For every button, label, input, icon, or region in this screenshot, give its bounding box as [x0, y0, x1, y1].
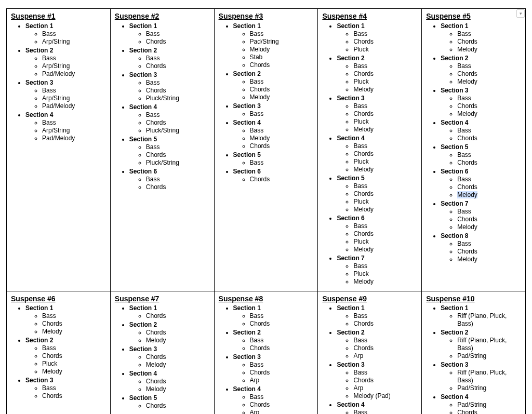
instrument-item: Pluck: [353, 78, 418, 86]
instrument-item: Bass: [42, 344, 107, 352]
instrument-item: Melody: [457, 110, 522, 118]
instrument-label: Chords: [146, 378, 166, 385]
section-label: Section 7: [337, 255, 364, 262]
section-item: Section 1BassChords: [233, 304, 315, 328]
instrument-item: Chords: [457, 135, 522, 142]
track-title: Suspense #2: [115, 12, 211, 21]
section-list: Section 1ChordsSection 2ChordsMelodySect…: [115, 304, 211, 410]
section-label: Section 5: [441, 143, 468, 151]
instrument-item: Melody: [250, 46, 315, 54]
instrument-item: Melody: [457, 191, 522, 199]
instrument-label: Pluck: [353, 118, 368, 125]
section-label: Section 6: [129, 168, 157, 175]
instrument-label: Chords: [353, 344, 374, 352]
instrument-list: ChordsMelody: [129, 378, 211, 393]
instrument-list: BassChords: [337, 312, 418, 328]
section-list: Section 1BassChordsMelodySection 2BassCh…: [11, 304, 107, 400]
section-item: Section 3Bass: [233, 102, 315, 118]
instrument-label: Chords: [353, 70, 374, 77]
instrument-list: BassChordsArpMelody (Pad): [337, 369, 418, 400]
outline-chevron-icon[interactable]: ▾: [516, 9, 525, 18]
instrument-label: Chords: [146, 87, 166, 94]
section-label: Section 3: [129, 345, 157, 353]
instrument-label: Chords: [250, 401, 270, 408]
instrument-item: Bass: [42, 87, 107, 95]
instrument-label: Melody: [42, 368, 62, 375]
section-label: Section 8: [441, 232, 468, 239]
instrument-label: Arp: [250, 377, 260, 384]
instrument-list: ChordsMelody: [129, 353, 211, 369]
instrument-label: Chords: [457, 38, 477, 45]
instrument-item: Pluck/String: [146, 95, 211, 102]
instrument-item: Arp/String: [42, 38, 107, 46]
section-item: Section 6BassChords: [129, 168, 211, 191]
instrument-list: BassChordsArp: [337, 337, 418, 360]
instrument-list: BassChordsMelody: [441, 176, 522, 199]
instrument-item: Chords: [146, 402, 211, 410]
instrument-list: BassChordsMelody: [441, 95, 522, 118]
instrument-item: Bass: [42, 55, 107, 62]
instrument-list: Bass: [233, 110, 315, 118]
section-label: Section 1: [25, 304, 53, 312]
instrument-label: Bass: [353, 30, 367, 37]
instrument-label: Chords: [250, 61, 270, 69]
section-label: Section 3: [337, 95, 364, 102]
instrument-label: Pad/Melody: [42, 102, 75, 110]
section-label: Section 2: [337, 55, 364, 62]
instrument-item: Chords: [250, 369, 315, 377]
section-item: Section 7BassPluckMelody: [337, 255, 418, 286]
instrument-list: BassChordsArp: [233, 393, 315, 414]
instrument-label: Pluck: [353, 158, 368, 165]
instrument-item: Chords: [146, 151, 211, 159]
track-cell: Suspense #2Section 1BassChordsSection 2B…: [111, 9, 215, 291]
track-title: Suspense #10: [426, 295, 522, 304]
instrument-item: Chords: [353, 150, 418, 158]
section-label: Section 6: [441, 168, 468, 175]
instrument-item: Bass: [42, 119, 107, 127]
instrument-label: Bass: [42, 55, 56, 62]
instrument-label: Chords: [146, 329, 166, 336]
instrument-label: Pluck/String: [146, 127, 179, 134]
section-item: Section 3BassChordsArp: [233, 353, 315, 384]
instrument-label: Melody: [146, 361, 166, 368]
instrument-list: Bass: [233, 159, 315, 167]
instrument-item: Melody: [353, 206, 418, 213]
section-item: Section 4BassArp/StringPad/Melody: [25, 111, 107, 142]
section-item: Section 2BassChordsPluckMelody: [25, 337, 107, 376]
instrument-label: Chords: [353, 230, 374, 237]
section-label: Section 6: [233, 168, 261, 175]
instrument-label: Chords: [250, 344, 270, 352]
instrument-list: BassChords: [129, 30, 211, 46]
instrument-label: Bass: [42, 344, 56, 352]
section-item: Section 4Pad/StringChords: [441, 393, 522, 414]
track-title: Suspense #7: [115, 295, 211, 304]
section-item: Section 4BassChordsPluck/String: [129, 103, 211, 135]
instrument-label: Chords: [457, 135, 477, 142]
section-item: Section 1BassChords: [129, 22, 211, 46]
section-label: Section 2: [25, 337, 53, 344]
instrument-label: Pluck: [353, 238, 368, 245]
section-label: Section 3: [441, 361, 468, 368]
track-title: Suspense #8: [219, 295, 315, 304]
instrument-item: Chords: [42, 320, 107, 328]
tracks-grid: Suspense #1Section 1BassArp/StringSectio…: [6, 8, 526, 414]
instrument-item: Bass: [42, 384, 107, 392]
section-item: Section 6Chords: [233, 168, 315, 183]
instrument-item: Bass: [457, 62, 522, 70]
instrument-item: Riff (Piano, Pluck, Bass): [457, 312, 522, 328]
section-item: Section 4BassChords: [441, 119, 522, 142]
section-label: Section 4: [233, 119, 261, 126]
instrument-label: Chords: [353, 110, 374, 117]
section-item: Section 6BassChordsPluckMelody: [337, 215, 418, 253]
track-title: Suspense #9: [322, 295, 418, 304]
section-item: Section 3BassArp/StringPad/Melody: [25, 79, 107, 110]
instrument-label: Bass: [250, 127, 264, 134]
instrument-item: Chords: [146, 329, 211, 337]
instrument-item: Melody: [457, 78, 522, 86]
instrument-label: Bass: [146, 30, 160, 37]
instrument-item: Bass: [457, 151, 522, 159]
instrument-list: BassPluckMelody: [337, 262, 418, 286]
section-item: Section 1BassChords: [337, 304, 418, 328]
instrument-item: Arp/String: [42, 127, 107, 135]
instrument-item: Chords: [457, 409, 522, 414]
